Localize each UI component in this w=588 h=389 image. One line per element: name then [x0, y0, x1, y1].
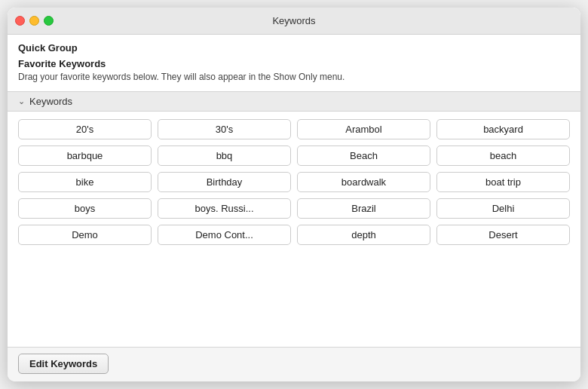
keyword-button[interactable]: boys [18, 198, 152, 219]
keyword-button[interactable]: Birthday [158, 172, 291, 192]
favorite-title: Favorite Keywords [18, 58, 570, 69]
keyword-button[interactable]: boardwalk [297, 172, 430, 192]
keyword-button[interactable]: boys. Russi... [158, 198, 291, 219]
keywords-section-label: Keywords [29, 96, 72, 107]
footer: Edit Keywords [8, 347, 580, 381]
keywords-window: Keywords Quick Group Favorite Keywords D… [8, 8, 580, 381]
keyword-button[interactable]: bbq [158, 145, 291, 166]
keyword-button[interactable]: Arambol [297, 119, 430, 139]
keyword-button[interactable]: Beach [297, 145, 430, 166]
keywords-grid-wrapper: 20's30'sArambolbackyardbarbquebbqBeachbe… [8, 112, 580, 347]
quick-group-header: Quick Group [8, 35, 580, 58]
keywords-grid: 20's30'sArambolbackyardbarbquebbqBeachbe… [18, 119, 570, 245]
close-button[interactable] [15, 16, 25, 26]
keyword-button[interactable]: backyard [436, 119, 570, 139]
minimize-button[interactable] [29, 16, 39, 26]
keyword-button[interactable]: depth [297, 225, 430, 245]
titlebar: Keywords [8, 8, 580, 35]
keyword-button[interactable]: Demo [18, 225, 152, 245]
keyword-button[interactable]: bike [18, 172, 152, 192]
keyword-button[interactable]: beach [436, 145, 570, 166]
chevron-icon: ⌄ [18, 96, 25, 106]
favorite-description: Drag your favorite keywords below. They … [18, 71, 570, 84]
keyword-button[interactable]: Demo Cont... [158, 225, 291, 245]
content-area: Quick Group Favorite Keywords Drag your … [8, 35, 580, 381]
keyword-button[interactable]: 30's [158, 119, 291, 139]
keyword-button[interactable]: barbque [18, 145, 152, 166]
maximize-button[interactable] [44, 16, 54, 26]
keyword-button[interactable]: Delhi [436, 198, 570, 219]
favorite-section: Favorite Keywords Drag your favorite key… [8, 58, 580, 91]
keyword-button[interactable]: boat trip [436, 172, 570, 192]
keyword-button[interactable]: 20's [18, 119, 152, 139]
keyword-button[interactable]: Desert [436, 225, 570, 245]
keyword-button[interactable]: Brazil [297, 198, 430, 219]
traffic-lights [15, 16, 54, 26]
edit-keywords-button[interactable]: Edit Keywords [18, 354, 109, 374]
keywords-section-header[interactable]: ⌄ Keywords [8, 91, 580, 112]
window-title: Keywords [272, 15, 315, 26]
